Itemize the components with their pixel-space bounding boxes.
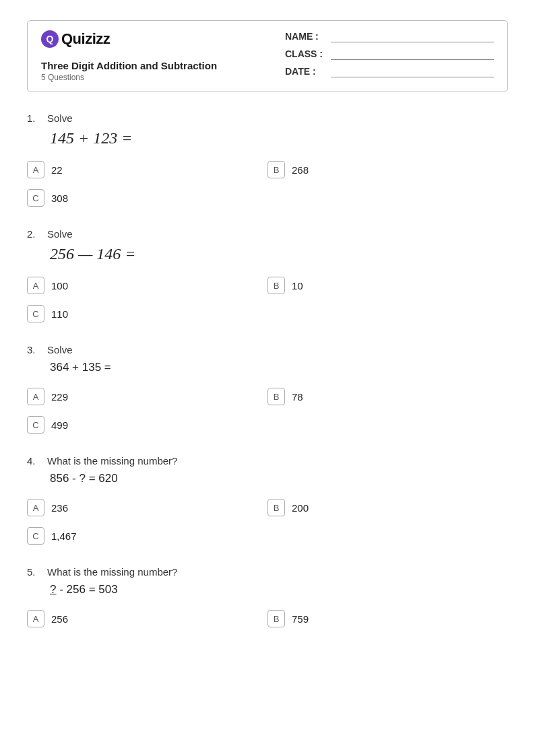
- option-badge-b-1: B: [268, 161, 285, 178]
- option-badge-1-5: B: [268, 610, 285, 627]
- option-row-b-3: B78: [268, 385, 508, 408]
- question-equation-5: ? - 256 = 503: [50, 583, 508, 596]
- option-empty-3: [268, 413, 508, 436]
- question-number-row-2: 2.Solve: [27, 228, 508, 240]
- option-badge-a-2: A: [27, 277, 44, 294]
- option-row-c-2: C110: [27, 302, 268, 325]
- options-grid-5: A256B759: [27, 607, 508, 630]
- question-number-row-4: 4.What is the missing number?: [27, 455, 508, 467]
- question-equation-2: 256 — 146 =: [50, 245, 508, 263]
- option-value-0-5: 256: [51, 613, 68, 625]
- option-badge-c-2: C: [27, 305, 44, 322]
- option-value-a-3: 229: [51, 391, 68, 403]
- question-number-4: 4.: [27, 455, 40, 467]
- option-row-c-1: C308: [27, 186, 268, 209]
- question-equation-3: 364 + 135 =: [50, 361, 508, 374]
- option-value-b-4: 200: [292, 502, 309, 514]
- option-badge-c-4: C: [27, 527, 44, 545]
- options-grid-3: A229B78C499: [27, 385, 508, 436]
- question-block-4: 4.What is the missing number?856 - ? = 6…: [27, 455, 508, 547]
- option-badge-0-5: A: [27, 610, 44, 627]
- option-value-c-2: 110: [51, 308, 68, 320]
- option-row-a-2: A100: [27, 274, 268, 297]
- question-instruction-2: Solve: [47, 228, 73, 240]
- class-label: CLASS :: [285, 48, 325, 59]
- question-number-1: 1.: [27, 112, 40, 124]
- option-badge-a-4: A: [27, 499, 44, 516]
- option-empty-1: [268, 186, 508, 209]
- logo: Q Quizizz: [41, 30, 217, 48]
- date-line: [331, 65, 494, 77]
- question-instruction-1: Solve: [47, 112, 73, 124]
- question-instruction-5: What is the missing number?: [47, 566, 177, 578]
- question-block-1: 1.Solve145 + 123 =A22B268C308: [27, 112, 508, 209]
- options-grid-1: A22B268C308: [27, 158, 508, 209]
- option-value-c-3: 499: [51, 419, 68, 431]
- date-label: DATE :: [285, 66, 325, 77]
- question-number-3: 3.: [27, 344, 40, 355]
- option-value-b-3: 78: [292, 391, 303, 403]
- option-empty-2: [268, 302, 508, 325]
- logo-icon-text: Q: [46, 34, 54, 44]
- option-row-a-1: A22: [27, 158, 268, 181]
- questions-container: 1.Solve145 + 123 =A22B268C3082.Solve256 …: [27, 112, 508, 630]
- date-field-row: DATE :: [285, 65, 494, 77]
- logo-text: Quizizz: [61, 30, 110, 48]
- option-row-b-2: B10: [268, 274, 508, 297]
- options-grid-4: A236B200C1,467: [27, 496, 508, 547]
- option-badge-b-4: B: [268, 499, 285, 516]
- option-empty-4: [268, 524, 508, 547]
- option-badge-b-2: B: [268, 277, 285, 294]
- option-row-1-5: B759: [268, 607, 508, 630]
- option-badge-a-3: A: [27, 388, 44, 405]
- question-number-row-5: 5.What is the missing number?: [27, 566, 508, 578]
- question-number-5: 5.: [27, 566, 40, 578]
- question-block-5: 5.What is the missing number?? - 256 = 5…: [27, 566, 508, 630]
- question-block-2: 2.Solve256 — 146 =A100B10C110: [27, 228, 508, 325]
- question-instruction-4: What is the missing number?: [47, 455, 177, 467]
- name-label: NAME :: [285, 31, 325, 42]
- options-grid-2: A100B10C110: [27, 274, 508, 325]
- option-badge-a-1: A: [27, 161, 44, 178]
- header-box: Q Quizizz Three Digit Addition and Subtr…: [27, 20, 508, 92]
- class-line: [331, 48, 494, 60]
- header-right: NAME : CLASS : DATE :: [285, 30, 494, 77]
- option-value-c-4: 1,467: [51, 530, 77, 542]
- question-equation-1: 145 + 123 =: [50, 129, 508, 147]
- option-value-a-1: 22: [51, 164, 63, 176]
- option-row-a-3: A229: [27, 385, 268, 408]
- option-value-c-1: 308: [51, 193, 68, 204]
- option-row-c-3: C499: [27, 413, 268, 436]
- option-row-b-4: B200: [268, 496, 508, 519]
- quiz-subtitle: 5 Questions: [41, 73, 217, 82]
- header-left: Q Quizizz Three Digit Addition and Subtr…: [41, 30, 217, 82]
- option-badge-c-3: C: [27, 416, 44, 434]
- option-row-b-1: B268: [268, 158, 508, 181]
- question-number-row-1: 1.Solve: [27, 112, 508, 124]
- option-row-c-4: C1,467: [27, 524, 268, 547]
- logo-icon: Q: [41, 30, 59, 48]
- name-line: [331, 30, 494, 42]
- question-number-row-3: 3.Solve: [27, 344, 508, 355]
- name-field-row: NAME :: [285, 30, 494, 42]
- question-equation-4: 856 - ? = 620: [50, 472, 508, 485]
- question-block-3: 3.Solve364 + 135 =A229B78C499: [27, 344, 508, 436]
- option-value-b-2: 10: [292, 280, 303, 291]
- option-value-a-2: 100: [51, 280, 68, 291]
- option-badge-c-1: C: [27, 189, 44, 207]
- quiz-title: Three Digit Addition and Subtraction: [41, 60, 217, 71]
- option-row-0-5: A256: [27, 607, 268, 630]
- option-value-1-5: 759: [292, 613, 309, 625]
- option-row-a-4: A236: [27, 496, 268, 519]
- question-instruction-3: Solve: [47, 344, 73, 355]
- option-value-b-1: 268: [292, 164, 309, 176]
- class-field-row: CLASS :: [285, 48, 494, 60]
- option-badge-b-3: B: [268, 388, 285, 405]
- question-number-2: 2.: [27, 228, 40, 240]
- option-value-a-4: 236: [51, 502, 68, 514]
